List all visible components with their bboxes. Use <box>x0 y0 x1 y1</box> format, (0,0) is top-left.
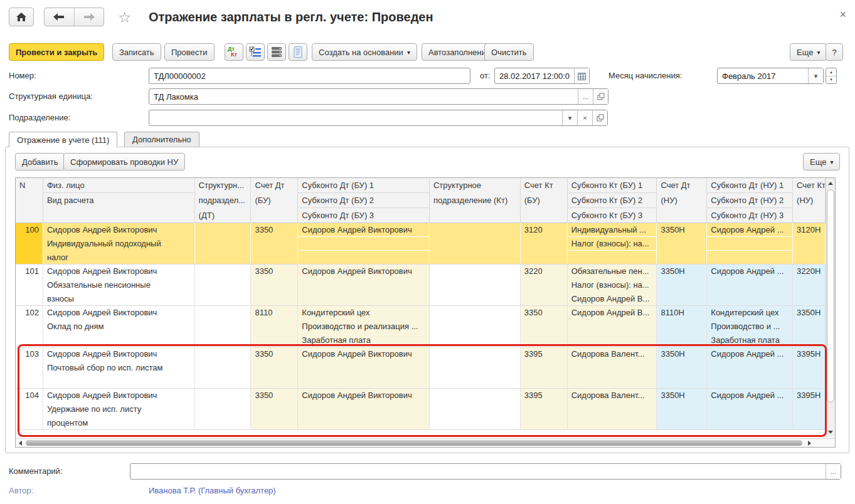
cell-schet-kt-nu[interactable]: 3120Н <box>793 223 826 264</box>
form-nu-postings-button[interactable]: Сформировать проводки НУ <box>63 153 185 171</box>
column-header-subkonto-dt-bu[interactable]: Субконто Дт (БУ) 1Субконто Дт (БУ) 2Субк… <box>298 178 430 223</box>
month-field[interactable]: ▾ <box>717 68 824 84</box>
comment-field[interactable]: ... <box>130 463 841 480</box>
cell-schet-kt-nu[interactable]: 3220Н <box>793 265 826 305</box>
cell-schet-dt-bu[interactable]: 3350 <box>251 265 298 305</box>
cell-schet-dt-nu[interactable]: 8110Н <box>657 306 707 347</box>
structural-unit-select-button[interactable]: ... <box>578 89 593 104</box>
add-row-button[interactable]: Добавить <box>15 153 65 171</box>
tab-reflection-in-accounting[interactable]: Отражение в учете (111) <box>9 132 117 147</box>
cell-struct-dt[interactable] <box>195 223 252 264</box>
cell-schet-dt-nu[interactable]: 3350Н <box>657 223 707 264</box>
cell-schet-dt-bu[interactable]: 3350 <box>251 223 298 264</box>
cell-subkonto-dt-nu[interactable]: Сидоров Андрей ... <box>707 223 793 264</box>
cell-struct-kt[interactable] <box>430 223 521 264</box>
column-header-n[interactable]: N <box>16 178 43 223</box>
month-dropdown-button[interactable]: ▾ <box>808 68 823 83</box>
vertical-scrollbar[interactable] <box>826 178 835 438</box>
cell-schet-kt-bu[interactable]: 3395 <box>521 347 568 388</box>
number-input[interactable] <box>149 68 470 83</box>
scroll-right-icon[interactable] <box>808 441 811 446</box>
save-button[interactable]: Записать <box>112 43 161 61</box>
cell-struct-dt[interactable] <box>195 265 252 305</box>
calendar-button[interactable] <box>574 68 589 83</box>
cell-subkonto-dt-nu[interactable]: Сидоров Андрей ... <box>707 265 793 305</box>
spinner-down-icon[interactable]: ▾ <box>826 76 836 84</box>
cell-struct-dt[interactable] <box>195 389 252 429</box>
more-button[interactable]: Еще ▾ <box>790 43 827 61</box>
cell-person[interactable]: Сидоров Андрей ВикторовичПочтовый сбор п… <box>43 347 195 388</box>
cell-n[interactable]: 104 <box>16 389 43 429</box>
structure-report-button[interactable] <box>246 43 265 61</box>
forward-button[interactable] <box>74 8 104 26</box>
cell-n[interactable]: 100 <box>16 223 43 264</box>
comment-more-button[interactable]: ... <box>826 464 841 479</box>
date-input[interactable] <box>495 68 574 83</box>
cell-n[interactable]: 103 <box>16 347 43 388</box>
close-icon[interactable]: × <box>839 9 846 20</box>
column-header-schet-kt-bu[interactable]: Счет Кт(БУ) <box>521 178 568 223</box>
cell-struct-kt[interactable] <box>430 265 521 305</box>
cell-subkonto-dt-bu[interactable]: Сидоров Андрей Викторович <box>298 347 430 388</box>
table-more-button[interactable]: Еще ▾ <box>803 153 840 171</box>
cell-person[interactable]: Сидоров Андрей ВикторовичОбязательные пе… <box>43 265 195 305</box>
cell-struct-kt[interactable] <box>430 389 521 429</box>
show-postings-button[interactable]: ДтКт <box>225 43 243 61</box>
cell-schet-dt-bu[interactable]: 3350 <box>251 347 298 388</box>
department-clear-button[interactable]: × <box>577 110 592 125</box>
create-based-on-button[interactable]: Создать на основании ▾ <box>312 43 417 61</box>
cell-subkonto-dt-bu[interactable]: Кондитерский цехПроизводство и реализаци… <box>298 306 430 347</box>
cell-subkonto-dt-nu[interactable]: Кондитерский цехПроизводство и ...Зарабо… <box>707 306 793 347</box>
cell-subkonto-dt-bu[interactable]: Сидоров Андрей Викторович <box>298 265 430 305</box>
cell-struct-kt[interactable] <box>430 347 521 388</box>
month-input[interactable] <box>718 68 808 83</box>
column-header-person[interactable]: Физ. лицоВид расчета <box>43 178 195 223</box>
cell-subkonto-kt-bu[interactable]: Обязательные пен...Налог (взносы): на...… <box>568 265 657 305</box>
cell-schet-kt-nu[interactable]: 3395Н <box>793 347 826 388</box>
cell-subkonto-dt-bu[interactable]: Сидоров Андрей Викторович <box>298 389 430 429</box>
cell-subkonto-dt-bu[interactable]: Сидоров Андрей Викторович <box>298 223 430 264</box>
cell-struct-dt[interactable] <box>195 306 252 347</box>
cell-schet-dt-nu[interactable]: 3350Н <box>657 347 707 388</box>
cell-person[interactable]: Сидоров Андрей ВикторовичУдержание по ис… <box>43 389 195 429</box>
cell-struct-kt[interactable] <box>430 306 521 347</box>
spinner-up-icon[interactable]: ▴ <box>826 68 836 76</box>
comment-input[interactable] <box>130 464 826 479</box>
department-dropdown-button[interactable]: ▾ <box>562 110 577 125</box>
cell-schet-kt-bu[interactable]: 3395 <box>521 389 568 429</box>
cell-subkonto-dt-nu[interactable]: Сидоров Андрей ... <box>707 389 793 429</box>
cell-schet-dt-bu[interactable]: 3350 <box>251 389 298 429</box>
cell-subkonto-kt-bu[interactable]: Сидоров Андрей В... <box>568 306 657 347</box>
department-input[interactable] <box>149 110 562 125</box>
post-button[interactable]: Провести <box>164 43 215 61</box>
cell-schet-dt-bu[interactable]: 8110 <box>251 306 298 347</box>
scroll-left-icon[interactable] <box>19 441 22 446</box>
cell-n[interactable]: 101 <box>16 265 43 305</box>
structural-unit-open-button[interactable] <box>593 89 608 104</box>
cell-schet-kt-bu[interactable]: 3120 <box>521 223 568 264</box>
horizontal-scrollbar[interactable] <box>16 438 835 447</box>
print-report-button[interactable] <box>289 43 307 61</box>
back-button[interactable] <box>45 8 74 26</box>
department-open-button[interactable] <box>592 110 607 125</box>
cell-person[interactable]: Сидоров Андрей ВикторовичОклад по дням <box>43 306 195 347</box>
tab-additional[interactable]: Дополнительно <box>124 132 199 147</box>
favorite-star-icon[interactable]: ☆ <box>118 10 132 25</box>
cell-schet-dt-nu[interactable]: 3350Н <box>657 389 707 429</box>
post-and-close-button[interactable]: Провести и закрыть <box>9 43 104 61</box>
related-documents-button[interactable] <box>267 43 286 61</box>
cell-schet-kt-nu[interactable]: 3395Н <box>793 389 826 429</box>
scroll-up-icon[interactable] <box>828 182 833 185</box>
date-field[interactable] <box>494 68 590 84</box>
column-header-subkonto-dt-nu[interactable]: Субконто Дт (НУ) 1Субконто Дт (НУ) 2Субк… <box>707 178 793 223</box>
cell-schet-kt-nu[interactable]: 3350Н <box>793 306 826 347</box>
clear-button[interactable]: Очистить <box>484 43 534 61</box>
column-header-schet-dt-bu[interactable]: Счет Дт(БУ) <box>251 178 298 223</box>
table-row[interactable]: 100Сидоров Андрей ВикторовичИндивидуальн… <box>16 223 826 265</box>
cell-struct-dt[interactable] <box>195 347 252 388</box>
horizontal-scroll-thumb[interactable] <box>26 440 802 446</box>
column-header-struct-kt[interactable]: Структурноеподразделение (Кт) <box>430 178 521 223</box>
cell-schet-kt-bu[interactable]: 3220 <box>521 265 568 305</box>
cell-subkonto-kt-bu[interactable]: Сидорова Валент... <box>568 347 657 388</box>
help-button[interactable]: ? <box>826 43 843 61</box>
